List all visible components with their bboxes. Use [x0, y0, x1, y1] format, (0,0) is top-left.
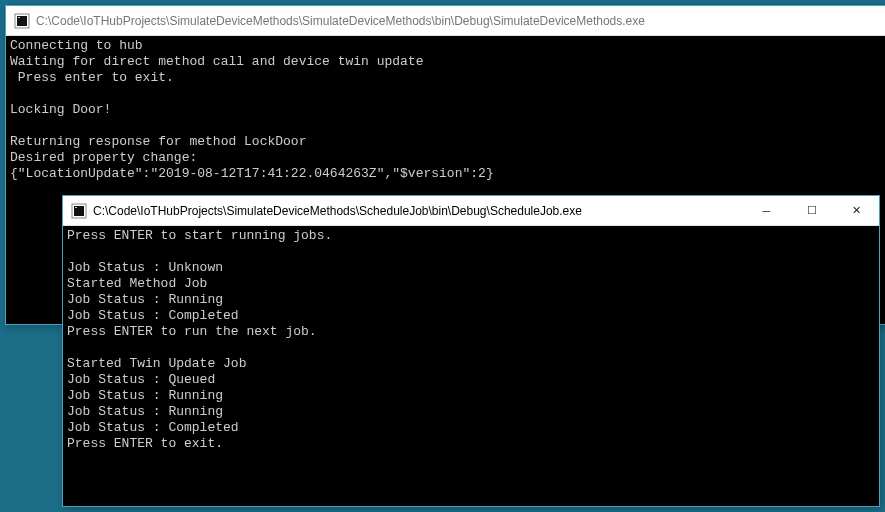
console-app-icon	[14, 13, 30, 29]
titlebar[interactable]: C:\Code\IoTHubProjects\SimulateDeviceMet…	[63, 196, 879, 226]
maximize-button[interactable]: ☐	[789, 196, 834, 225]
titlebar[interactable]: C:\Code\IoTHubProjects\SimulateDeviceMet…	[6, 6, 885, 36]
window-title: C:\Code\IoTHubProjects\SimulateDeviceMet…	[93, 204, 744, 218]
console-app-icon	[71, 203, 87, 219]
console-window-schedulejob: C:\Code\IoTHubProjects\SimulateDeviceMet…	[62, 195, 880, 507]
svg-rect-2	[18, 17, 20, 18]
title-controls: ─ ☐ ✕	[744, 196, 879, 225]
console-output[interactable]: Press ENTER to start running jobs. Job S…	[63, 226, 879, 506]
svg-rect-5	[75, 207, 77, 208]
window-title: C:\Code\IoTHubProjects\SimulateDeviceMet…	[36, 14, 885, 28]
minimize-button[interactable]: ─	[744, 196, 789, 225]
close-button[interactable]: ✕	[834, 196, 879, 225]
